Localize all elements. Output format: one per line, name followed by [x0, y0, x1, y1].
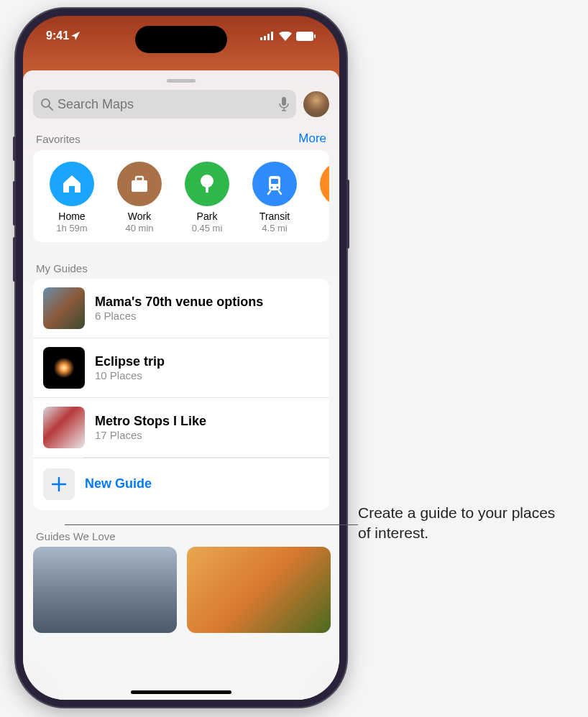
- favorite-label: Park: [174, 211, 240, 223]
- guide-item[interactable]: Mama's 70th venue options 6 Places: [33, 279, 329, 338]
- favorites-card: Home 1h 59m Work 40 min Pa: [33, 150, 329, 242]
- svg-rect-16: [271, 179, 278, 184]
- search-field[interactable]: [33, 90, 296, 119]
- svg-rect-0: [260, 37, 262, 40]
- dynamic-island: [135, 26, 227, 53]
- svg-rect-3: [271, 32, 273, 40]
- favorites-more-button[interactable]: More: [298, 131, 326, 146]
- favorites-title: Favorites: [36, 133, 81, 145]
- svg-point-15: [277, 187, 279, 189]
- guide-title: Eclipse trip: [95, 354, 319, 369]
- favorite-sub: 2: [309, 223, 329, 234]
- silent-switch: [13, 137, 16, 161]
- svg-rect-12: [206, 185, 208, 193]
- transit-icon: [252, 162, 297, 206]
- new-guide-button[interactable]: New Guide: [33, 458, 329, 510]
- briefcase-icon: [117, 162, 162, 206]
- avatar[interactable]: [303, 91, 329, 117]
- favorite-label: Work: [106, 211, 173, 223]
- svg-rect-4: [296, 32, 313, 41]
- svg-point-14: [271, 187, 273, 189]
- guides-we-love-scroller[interactable]: [33, 547, 329, 633]
- my-guides-card: Mama's 70th venue options 6 Places Eclip…: [33, 279, 329, 510]
- new-guide-label: New Guide: [85, 476, 152, 491]
- plus-icon: [43, 468, 75, 500]
- favorite-transit[interactable]: Transit 4.5 mi: [242, 162, 308, 233]
- search-input[interactable]: [58, 97, 275, 112]
- search-icon: [40, 98, 53, 111]
- guide-subtitle: 6 Places: [95, 310, 319, 322]
- favorite-sub: 1h 59m: [39, 223, 105, 234]
- screen: 9:41 Favorites More: [23, 16, 339, 700]
- my-guides-title: My Guides: [36, 262, 88, 274]
- volume-down-button: [13, 237, 16, 282]
- guide-thumbnail: [43, 287, 85, 329]
- svg-rect-8: [282, 97, 286, 106]
- svg-rect-10: [136, 177, 143, 181]
- favorite-label: Transit: [242, 211, 308, 223]
- cellular-icon: [260, 32, 275, 40]
- guide-item[interactable]: Eclipse trip 10 Places: [33, 338, 329, 398]
- favorite-work[interactable]: Work 40 min: [106, 162, 173, 233]
- home-icon: [50, 162, 94, 206]
- tree-icon: [185, 162, 229, 206]
- guide-subtitle: 10 Places: [95, 369, 319, 381]
- favorite-sub: 4.5 mi: [242, 223, 308, 234]
- maps-sheet[interactable]: Favorites More Home 1h 59m: [23, 70, 339, 700]
- battery-icon: [296, 32, 316, 41]
- phone-frame: 9:41 Favorites More: [16, 9, 346, 707]
- guide-thumbnail: [43, 347, 85, 389]
- callout-leader-line: [65, 524, 358, 525]
- volume-up-button: [13, 181, 16, 226]
- side-button-right: [346, 180, 349, 249]
- svg-rect-9: [132, 180, 147, 192]
- favorite-sub: 40 min: [106, 223, 173, 234]
- guide-title: Mama's 70th venue options: [95, 295, 319, 310]
- microphone-icon[interactable]: [279, 97, 289, 111]
- favorite-sub: 0.45 mi: [174, 223, 240, 234]
- svg-rect-2: [267, 34, 270, 40]
- favorite-park[interactable]: Park 0.45 mi: [174, 162, 240, 233]
- favorites-scroller[interactable]: Home 1h 59m Work 40 min Pa: [33, 150, 329, 242]
- svg-line-7: [49, 106, 52, 110]
- svg-rect-1: [264, 36, 266, 40]
- guide-title: Metro Stops I Like: [95, 414, 319, 429]
- guide-thumbnail: [43, 407, 85, 448]
- favorite-label: Home: [39, 211, 105, 223]
- wifi-icon: [279, 32, 292, 41]
- guide-card[interactable]: [33, 547, 177, 633]
- sheet-grabber[interactable]: [167, 79, 196, 83]
- location-icon: [70, 31, 81, 41]
- svg-rect-5: [314, 34, 316, 38]
- status-time: 9:41: [46, 29, 69, 42]
- guides-we-love-title: Guides We Love: [36, 530, 116, 542]
- guide-card[interactable]: [187, 547, 331, 633]
- callout-text: Create a guide to your places of interes…: [358, 503, 559, 544]
- cup-icon: [320, 162, 329, 206]
- home-indicator[interactable]: [131, 690, 231, 694]
- favorite-tea[interactable]: Tea 2: [309, 162, 329, 233]
- guide-item[interactable]: Metro Stops I Like 17 Places: [33, 398, 329, 457]
- favorite-label: Tea: [309, 211, 329, 223]
- guide-subtitle: 17 Places: [95, 429, 319, 441]
- favorite-home[interactable]: Home 1h 59m: [39, 162, 105, 233]
